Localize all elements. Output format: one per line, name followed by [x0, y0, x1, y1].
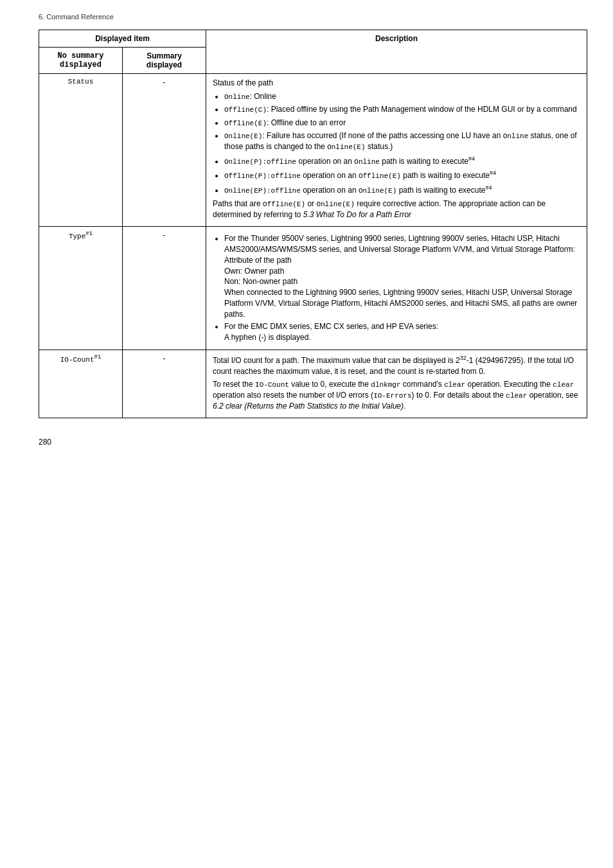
status-description: Status of the path Online: Online Offlin… [206, 74, 587, 227]
table-row: Type#1 - For the Thunder 9500V series, L… [39, 227, 587, 350]
table-row: Status - Status of the path Online: Onli… [39, 74, 587, 227]
main-table: Displayed item Description No summarydis… [39, 30, 587, 418]
breadcrumb: 6. Command Reference [39, 13, 114, 21]
summary-header: Summarydisplayed [123, 48, 206, 74]
status-col2: - [123, 74, 206, 227]
table-row: IO-Count#1 - Total I/O count for a path.… [39, 350, 587, 418]
iocount-col2: - [123, 350, 206, 418]
iocount-description: Total I/O count for a path. The maximum … [206, 350, 587, 418]
page-number: 280 [39, 438, 587, 447]
type-col2: - [123, 227, 206, 350]
type-description: For the Thunder 9500V series, Lightning … [206, 227, 587, 350]
status-col1: Status [39, 74, 123, 227]
no-summary-header: No summarydisplayed [39, 48, 123, 74]
description-header: Description [206, 30, 587, 74]
displayed-item-header: Displayed item [39, 30, 206, 48]
table-header-row: Displayed item Description [39, 30, 587, 48]
page-header: 6. Command Reference [39, 13, 587, 21]
iocount-col1: IO-Count#1 [39, 350, 123, 418]
type-col1: Type#1 [39, 227, 123, 350]
